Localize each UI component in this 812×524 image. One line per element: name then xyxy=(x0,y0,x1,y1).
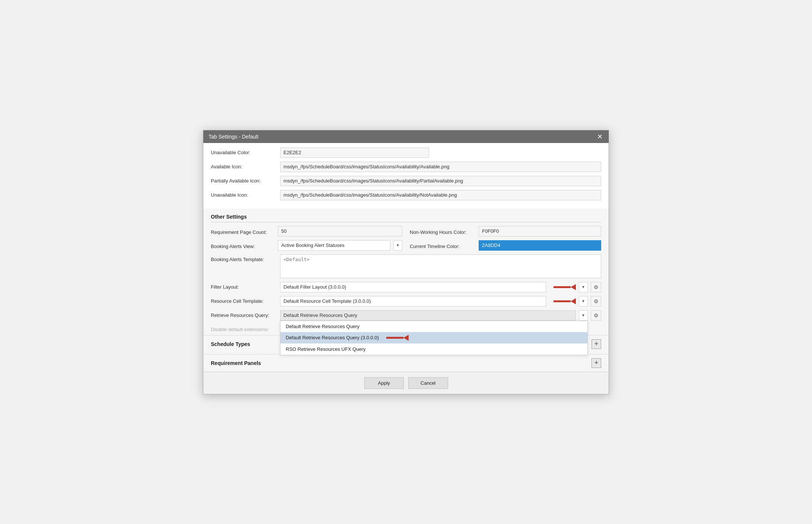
current-timeline-color-input[interactable] xyxy=(479,240,601,251)
unavailable-icon-label: Unavailable Icon: xyxy=(211,190,274,198)
retrieve-resources-query-gear-btn[interactable]: ⚙ xyxy=(591,310,601,321)
retrieve-resources-query-select-row: ▼ ⚙ Default Retrieve Resources Query Def… xyxy=(280,310,601,321)
close-button[interactable]: ✕ xyxy=(596,133,603,140)
schedule-types-title: Schedule Types xyxy=(211,341,250,347)
requirement-panels-add-btn[interactable]: + xyxy=(591,358,601,368)
apply-button[interactable]: Apply xyxy=(364,377,404,389)
requirement-page-count-input[interactable] xyxy=(278,226,402,236)
top-fields-section: Unavailable Color: Available Icon: Parti… xyxy=(203,143,609,209)
booking-alerts-view-input[interactable] xyxy=(278,240,390,251)
dialog-titlebar: Tab Settings - Default ✕ xyxy=(203,130,609,143)
unavailable-icon-row: Unavailable Icon: xyxy=(211,190,601,200)
dropdown-item-0[interactable]: Default Retrieve Resources Query xyxy=(280,321,587,332)
unavailable-icon-input[interactable] xyxy=(280,190,601,200)
requirement-panels-title: Requirement Panels xyxy=(211,360,261,366)
booking-alerts-template-textarea[interactable] xyxy=(280,254,601,278)
partially-available-icon-input[interactable] xyxy=(280,176,601,186)
current-timeline-color-label: Current Timeline Color: xyxy=(410,241,475,249)
dropdown-item-1-arrow xyxy=(386,335,409,341)
booking-alerts-view-col: Booking Alerts View: ▼ xyxy=(211,240,402,251)
other-settings-title: Other Settings xyxy=(211,214,601,222)
resource-cell-template-dropdown-btn[interactable]: ▼ xyxy=(579,296,588,307)
filter-layout-arrow-indicator xyxy=(554,284,576,290)
current-timeline-color-col: Current Timeline Color: xyxy=(410,240,601,251)
available-icon-label: Available Icon: xyxy=(211,162,274,169)
resource-cell-template-input[interactable] xyxy=(280,296,546,307)
filter-layout-input[interactable] xyxy=(280,282,546,292)
partially-available-icon-row: Partially Available Icon: xyxy=(211,176,601,186)
dropdown-item-1-label: Default Retrieve Resources Query (3.0.0.… xyxy=(286,335,379,340)
dropdown-item-1[interactable]: Default Retrieve Resources Query (3.0.0.… xyxy=(280,332,587,344)
available-icon-input[interactable] xyxy=(280,162,601,172)
retrieve-resources-dropdown-menu: Default Retrieve Resources Query Default… xyxy=(280,321,588,355)
resource-cell-template-row: Resource Cell Template: ▼ ⚙ xyxy=(211,296,601,307)
booking-alerts-view-dropdown-btn[interactable]: ▼ xyxy=(393,240,402,251)
requirement-page-count-label: Requirement Page Count: xyxy=(211,227,274,235)
booking-alerts-template-row: Booking Alerts Template: xyxy=(211,254,601,278)
filter-layout-select-row: ▼ ⚙ xyxy=(280,282,601,292)
tab-settings-dialog: Tab Settings - Default ✕ Unavailable Col… xyxy=(203,130,609,394)
booking-alerts-view-select-row: ▼ xyxy=(278,240,402,251)
dialog-footer: Apply Cancel xyxy=(203,372,609,394)
cancel-button[interactable]: Cancel xyxy=(408,377,448,389)
requirement-page-count-col: Requirement Page Count: xyxy=(211,226,402,236)
resource-cell-template-arrow-indicator xyxy=(554,298,576,304)
filter-layout-gear-btn[interactable]: ⚙ xyxy=(591,282,601,292)
disable-default-extensions-label: Disable default extensions: xyxy=(211,324,274,332)
booking-alerts-timeline-row: Booking Alerts View: ▼ Current Timeline … xyxy=(211,240,601,251)
booking-alerts-template-label: Booking Alerts Template: xyxy=(211,254,274,262)
retrieve-resources-query-dropdown-btn[interactable]: ▼ xyxy=(579,310,588,321)
unavailable-color-label: Unavailable Color: xyxy=(211,147,274,155)
filter-layout-row: Filter Layout: ▼ ⚙ xyxy=(211,282,601,292)
schedule-types-add-btn[interactable]: + xyxy=(591,339,601,349)
booking-alerts-view-label: Booking Alerts View: xyxy=(211,241,274,249)
retrieve-resources-query-input[interactable] xyxy=(280,310,576,321)
dropdown-item-2[interactable]: RSO Retrieve Resources UFX Query xyxy=(280,344,587,355)
non-working-hours-color-label: Non-Working Hours Color: xyxy=(410,227,475,235)
requirement-nonworking-row: Requirement Page Count: Non-Working Hour… xyxy=(211,226,601,236)
non-working-hours-col: Non-Working Hours Color: xyxy=(410,226,601,236)
non-working-hours-color-input[interactable] xyxy=(479,226,601,236)
requirement-panels-section: Requirement Panels + xyxy=(203,354,609,372)
retrieve-resources-query-row: Retrieve Resources Query: ▼ ⚙ Default Re… xyxy=(211,310,601,321)
filter-layout-dropdown-btn[interactable]: ▼ xyxy=(579,282,588,292)
dialog-title: Tab Settings - Default xyxy=(209,134,258,140)
unavailable-color-input[interactable] xyxy=(280,147,429,158)
filter-layout-label: Filter Layout: xyxy=(211,282,274,290)
resource-cell-template-gear-btn[interactable]: ⚙ xyxy=(591,296,601,307)
resource-cell-template-label: Resource Cell Template: xyxy=(211,296,274,304)
partially-available-icon-label: Partially Available Icon: xyxy=(211,176,274,184)
retrieve-resources-query-label: Retrieve Resources Query: xyxy=(211,310,274,318)
available-icon-row: Available Icon: xyxy=(211,162,601,172)
unavailable-color-row: Unavailable Color: xyxy=(211,147,601,158)
dialog-body: Unavailable Color: Available Icon: Parti… xyxy=(203,143,609,372)
other-settings-section: Other Settings Requirement Page Count: N… xyxy=(203,210,609,334)
resource-cell-template-select-row: ▼ ⚙ xyxy=(280,296,601,307)
